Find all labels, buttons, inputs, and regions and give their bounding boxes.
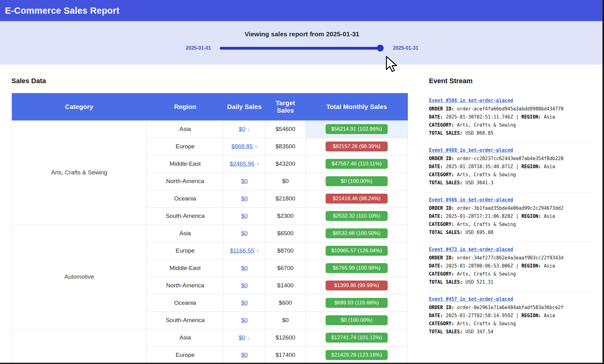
slider-min-label: 2025-01-01 [186,45,211,51]
target-sales-cell: $0 [265,312,306,329]
total-sales-cell: $10965.57 (126.04%) [306,242,408,259]
column-header-category: Category [12,93,147,120]
daily-sales-link[interactable]: $0 [241,352,248,358]
page-title: E-Commerce Sales Report [5,6,119,16]
event-title-link[interactable]: Event #486 in $et-order-placed [429,197,513,203]
event-order-id: ORDER ID: order-3b1faad35bde4e06ad99c2c2… [429,204,593,212]
event-category: CATEGORY: Arts, Crafts & Sewing [429,171,593,179]
sales-status-badge: $12741.74 (101.12%) [326,333,388,343]
region-cell: North-America [147,173,224,190]
total-sales-label: TOTAL SALES: [429,130,462,136]
daily-sales-cell: $0 [224,259,265,277]
order-id-label: ORDER ID: [429,156,454,161]
target-sales-cell: $6700 [265,259,306,277]
daily-sales-cell: $0 [224,277,265,294]
sales-status-badge: $21416.46 (98.24%) [326,194,388,204]
daily-sales-cell: $0 [224,346,265,364]
event-order-id: ORDER ID: order-0e2961e71a6e484abfadf583… [429,303,593,312]
sales-status-badge: $10965.57 (126.04%) [326,246,388,256]
mouse-cursor-icon [382,55,397,73]
target-sales-cell: $54600 [265,120,306,138]
daily-sales-link[interactable]: $2465.96 [230,160,254,167]
event-date-region: DATE: 2025-01-28T17:21:06.828Z | REGION:… [429,212,593,220]
daily-sales-link[interactable]: $1166.55 [230,247,254,254]
daily-sales-link[interactable]: $0 [239,334,245,341]
order-id-label: ORDER ID: [429,106,454,112]
order-id-label: ORDER ID: [429,255,454,261]
down-arrow-icon: ↓ [246,126,250,132]
total-sales-cell: $47567.46 (110.11%) [306,155,408,173]
region-cell: Middle-East [147,155,224,173]
event-category: CATEGORY: Arts, Crafts & Sewing [429,121,593,129]
category-cell: Arts, Crafts & Sewing [12,120,147,225]
sales-status-badge: $6532.68 (100.50%) [326,228,388,238]
event-category: CATEGORY: Arts, Crafts & Sewing [429,320,593,328]
target-sales-cell: $83500 [265,138,306,155]
daily-sales-link[interactable]: $0 [239,126,245,132]
event-title-link[interactable]: Event #457 in $et-order-placed [429,296,513,302]
daily-sales-cell: $0 [224,312,265,329]
category-label: CATEGORY: [429,172,454,178]
event-total-sales: TOTAL SALES: USD 868.85 [429,129,593,137]
category-cell [12,329,147,364]
daily-sales-link[interactable]: $0 [241,195,248,202]
date-slider[interactable] [220,47,384,50]
event-list: Event #508 in $et-order-placedORDER ID: … [429,93,593,341]
order-id-label: ORDER ID: [429,205,454,211]
category-label: CATEGORY: [429,271,454,277]
table-row: Asia$0 ↓$12600$12741.74 (101.12%) [12,329,408,346]
daily-sales-link[interactable]: $0 [241,317,248,323]
event-title-link[interactable]: Event #488 in $et-order-placed [429,147,513,153]
daily-sales-link[interactable]: $0 [241,299,248,306]
sales-status-badge: $2532.32 (110.10%) [326,211,388,221]
daily-sales-cell: $868.85 ↓ [224,138,265,155]
total-sales-label: TOTAL SALES: [429,180,462,186]
column-header-target-sales: Target Sales [265,93,306,120]
target-sales-cell: $21800 [265,190,306,207]
sales-data-panel: Sales Data Category Region Daily Sales T… [11,77,408,364]
category-label: CATEGORY: [429,222,454,227]
sales-table-header: Category Region Daily Sales Target Sales… [12,93,408,120]
sales-status-badge: $56214.91 (102.96%) [326,124,388,134]
sales-status-badge: $6765.99 (100.98%) [326,263,388,273]
total-sales-cell: $56214.91 (102.96%) [306,120,408,138]
date-label: DATE: [429,313,443,318]
sales-status-badge: $82157.26 (98.39%) [326,142,388,151]
event-title-link[interactable]: Event #473 in $et-order-placed [429,247,513,252]
screen-edge-bottom [0,363,604,364]
screen-edge-right [602,0,604,364]
slider-max-label: 2025-01-31 [393,45,418,51]
event-card: Event #488 in $et-order-placedORDER ID: … [429,142,593,192]
event-card: Event #486 in $et-order-placedORDER ID: … [429,192,593,242]
sales-status-badge: $1399.86 (99.99%) [326,281,388,290]
region-cell: Asia [147,120,224,138]
event-category: CATEGORY: Arts, Crafts & Sewing [429,270,593,278]
event-total-sales: TOTAL SALES: USD 347.54 [429,328,593,336]
total-sales-cell: $6765.99 (100.98%) [306,259,408,277]
daily-sales-link[interactable]: $0 [241,282,248,289]
region-cell: South-America [147,207,224,225]
target-sales-cell: $17400 [265,346,306,364]
region-cell: Oceania [147,190,224,207]
order-id-label: ORDER ID: [429,305,454,310]
total-sales-cell: $6532.68 (100.50%) [306,225,408,242]
daily-sales-link[interactable]: $868.85 [232,143,253,150]
daily-sales-link[interactable]: $0 [241,265,248,271]
daily-sales-link[interactable]: $0 [241,230,248,236]
region-cell: Asia [147,329,224,346]
total-sales-cell: $699.93 (116.66%) [306,294,408,312]
slider-handle[interactable] [377,45,384,52]
event-total-sales: TOTAL SALES: USD 521.31 [429,278,593,286]
total-sales-cell: $21429.29 (123.16%) [306,346,408,364]
daily-sales-cell: $2465.96 ↑ [224,155,265,173]
daily-sales-link[interactable]: $0 [241,213,248,219]
event-title-link[interactable]: Event #508 in $et-order-placed [429,98,513,103]
sales-table-body: Arts, Crafts & SewingAsia$0 ↓$54600$5621… [12,120,408,364]
region-cell: Asia [147,225,224,242]
daily-sales-link[interactable]: $0 [241,178,248,184]
target-sales-cell: $1400 [265,277,306,294]
category-label: CATEGORY: [429,122,454,128]
daily-sales-cell: $0 ↓ [224,329,265,346]
region-cell: Middle-East [147,259,224,277]
target-sales-cell: $8700 [265,242,306,259]
